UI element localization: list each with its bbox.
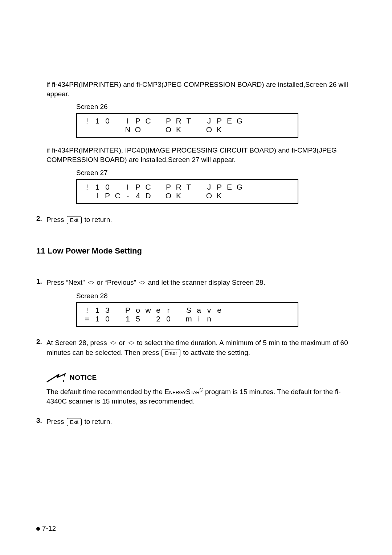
lcd-cell: = xyxy=(82,315,92,323)
lcd-cell: K xyxy=(214,125,224,134)
step-number: 1. xyxy=(36,278,46,285)
lcd-cell xyxy=(153,125,163,134)
lcd-cell xyxy=(153,183,163,191)
lcd-cell: ! xyxy=(82,306,92,315)
lcd-cell: P xyxy=(133,117,143,125)
step-2-select-time: 2. At Screen 28, press or to select the … xyxy=(36,338,356,358)
text: and let the scanner display Screen 28. xyxy=(146,279,265,286)
lcd-cell xyxy=(234,306,245,315)
lcd-cell: o xyxy=(133,306,143,315)
lcd-cell: w xyxy=(143,306,153,315)
lcd-cell: 1 xyxy=(92,183,102,191)
lcd-cell: D xyxy=(143,191,153,200)
lcd-cell: R xyxy=(173,117,184,125)
notice-header: NOTICE xyxy=(46,372,356,383)
text: Press “Next” xyxy=(46,279,87,286)
lcd-cell xyxy=(82,125,92,134)
lcd-cell: P xyxy=(163,183,173,191)
lcd-cell: 1 xyxy=(92,306,102,315)
exit-key: Exit xyxy=(67,418,82,426)
lcd-cell xyxy=(113,125,123,134)
lcd-cell xyxy=(102,125,113,134)
lcd-cell: 5 xyxy=(133,315,143,323)
lcd-cell: N xyxy=(123,125,133,134)
lcd-cell xyxy=(153,117,163,125)
lcd-cell: 2 xyxy=(153,315,163,323)
lcd-cell: 0 xyxy=(102,315,113,323)
step-body: Press Exit to return. xyxy=(46,417,356,427)
screen27-label: Screen 27 xyxy=(76,169,356,177)
lcd-cell xyxy=(184,125,194,134)
bullet-icon xyxy=(36,527,40,531)
lcd-cell: m xyxy=(184,315,194,323)
lcd-cell: - xyxy=(123,191,133,200)
lcd-cell: O xyxy=(133,125,143,134)
text: to activate the setting. xyxy=(181,349,250,356)
lcd-cell: E xyxy=(224,117,234,125)
page-footer: 7-12 xyxy=(36,524,56,532)
lcd-cell: P xyxy=(163,117,173,125)
lcd-cell: e xyxy=(153,306,163,315)
screen26-label: Screen 26 xyxy=(76,103,356,111)
lcd-cell: e xyxy=(214,306,224,315)
step-number: 2. xyxy=(36,215,46,223)
lcd-line: IPC-4DOKOK xyxy=(82,191,293,200)
lcd-cell: P xyxy=(214,183,224,191)
lcd-cell: C xyxy=(143,183,153,191)
lcd-cell: O xyxy=(204,125,214,134)
lcd-cell xyxy=(234,191,245,200)
lcd-cell: v xyxy=(204,306,214,315)
step-3-exit: 3. Press Exit to return. xyxy=(36,417,356,427)
lcd-cell xyxy=(153,191,163,200)
lcd-line: NOOKOK xyxy=(82,125,293,134)
step-body: At Screen 28, press or to select the tim… xyxy=(46,338,356,358)
lcd-cell xyxy=(173,306,184,315)
lcd-cell xyxy=(82,191,92,200)
lcd-cell: 0 xyxy=(163,315,173,323)
step-2-exit: 2. Press Exit to return. xyxy=(36,215,356,225)
lcd-cell: O xyxy=(163,191,173,200)
next-icon xyxy=(87,281,94,285)
lcd-cell: C xyxy=(143,117,153,125)
lcd-line: =101520min xyxy=(82,315,293,323)
lcd-cell: r xyxy=(163,306,173,315)
lcd-cell: J xyxy=(204,117,214,125)
step-number: 2. xyxy=(36,338,46,346)
lcd-cell: P xyxy=(102,191,113,200)
lcd-cell xyxy=(194,125,204,134)
lcd-cell: P xyxy=(123,306,133,315)
lcd-cell: P xyxy=(133,183,143,191)
lcd-cell: G xyxy=(234,117,245,125)
lcd-cell: I xyxy=(92,191,102,200)
notice-label: NOTICE xyxy=(70,374,97,382)
text: or xyxy=(117,339,127,347)
paragraph-screen27-intro: if fi-434PR(IMPRINTER), IPC4D(IMAGE PROC… xyxy=(46,146,356,164)
text: to return. xyxy=(82,216,112,223)
step-number: 3. xyxy=(36,417,46,425)
lcd-cell: S xyxy=(184,306,194,315)
text: Press xyxy=(46,418,66,425)
lcd-line: !10IPCPRTJPEG xyxy=(82,117,293,125)
lcd-cell: 1 xyxy=(92,315,102,323)
lcd-cell: I xyxy=(123,183,133,191)
notice-icon xyxy=(46,372,66,383)
lcd-cell xyxy=(234,125,245,134)
lcd-cell: O xyxy=(163,125,173,134)
lcd-cell: 3 xyxy=(102,306,113,315)
lcd-cell: 0 xyxy=(102,117,113,125)
step-body: Press “Next” or “Previous” and let the s… xyxy=(46,278,356,288)
lcd-cell: C xyxy=(113,191,123,200)
text: At Screen 28, press xyxy=(46,339,109,347)
text: or “Previous” xyxy=(95,279,138,286)
lcd-cell: T xyxy=(184,117,194,125)
lcd-cell: 1 xyxy=(123,315,133,323)
text: The default time recommended by the xyxy=(46,388,164,396)
lcd-cell: R xyxy=(173,183,184,191)
lcd-line: !10IPCPRTJPEG xyxy=(82,183,293,191)
lcd-cell: K xyxy=(173,191,184,200)
step-1-navigate: 1. Press “Next” or “Previous” and let th… xyxy=(36,278,356,288)
lcd-cell xyxy=(173,315,184,323)
lcd-cell xyxy=(113,117,123,125)
lcd-cell: E xyxy=(224,183,234,191)
text: tar xyxy=(191,388,200,396)
